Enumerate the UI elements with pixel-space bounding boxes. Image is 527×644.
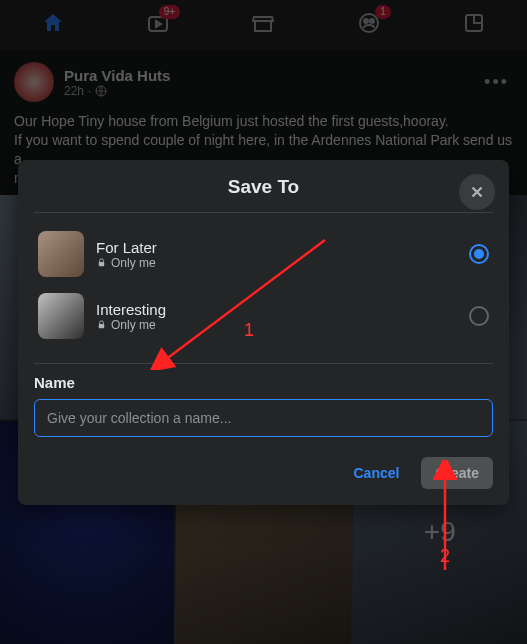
create-button[interactable]: Create [421,457,493,489]
close-icon [468,183,486,201]
close-button[interactable] [459,174,495,210]
lock-icon [96,257,107,268]
svg-rect-7 [99,324,105,328]
svg-rect-6 [99,262,105,266]
divider [34,363,493,364]
collections-list: For Later Only me Interesting Only me [34,213,493,357]
collection-name: Interesting [96,301,457,318]
modal-header: Save To [34,176,493,213]
modal-footer: Cancel Create [34,457,493,489]
collection-item[interactable]: Interesting Only me [34,285,493,347]
collection-privacy: Only me [96,256,457,270]
collection-name: For Later [96,239,457,256]
cancel-button[interactable]: Cancel [339,457,413,489]
radio-selected[interactable] [469,244,489,264]
collection-privacy: Only me [96,318,457,332]
annotation-label-1: 1 [244,320,254,341]
name-input[interactable] [34,399,493,437]
annotation-label-2: 2 [440,546,450,567]
save-to-modal: Save To For Later Only me Interesting [18,160,509,505]
radio-unselected[interactable] [469,306,489,326]
modal-title: Save To [228,176,299,197]
collection-thumb [38,231,84,277]
collection-thumb [38,293,84,339]
collection-info: Interesting Only me [96,301,457,332]
lock-icon [96,319,107,330]
collection-info: For Later Only me [96,239,457,270]
collection-item[interactable]: For Later Only me [34,223,493,285]
name-label: Name [34,374,493,391]
